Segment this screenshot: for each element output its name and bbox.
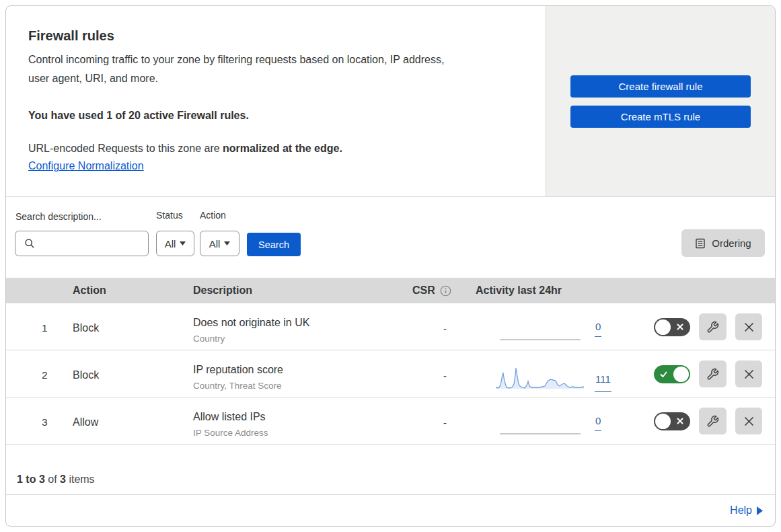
rule-activity-cell: 0 (476, 303, 618, 350)
rule-description: Does not originate in UK (193, 316, 412, 330)
rule-description-cell: Does not originate in UK Country (193, 316, 412, 344)
items-total: 3 (60, 473, 66, 485)
info-icon[interactable] (440, 285, 451, 297)
toggle-knob (673, 367, 689, 382)
status-filter-label: Status (156, 210, 183, 221)
rule-action: Allow (73, 416, 193, 428)
header-section: Firewall rules Control incoming traffic … (6, 6, 775, 197)
column-activity: Activity last 24hr (476, 284, 618, 297)
table-row: 1 Block Does not originate in UK Country… (6, 303, 775, 350)
close-icon (743, 369, 755, 380)
chevron-down-icon (180, 241, 186, 245)
create-mtls-rule-button[interactable]: Create mTLS rule (570, 106, 751, 128)
list-icon (695, 238, 706, 249)
rule-controls (618, 313, 775, 340)
rule-csr: - (412, 417, 476, 428)
caret-right-icon (757, 506, 763, 515)
chevron-down-icon (224, 241, 230, 245)
rule-criteria: Country, Threat Score (193, 380, 412, 391)
activity-count-link[interactable]: 0 (595, 321, 601, 337)
status-filter-value: All (165, 238, 176, 250)
page-description: Control incoming traffic to your zone by… (28, 50, 452, 88)
rule-enabled-toggle[interactable] (654, 365, 690, 383)
header-text-panel: Firewall rules Control incoming traffic … (6, 6, 546, 196)
rule-controls (618, 408, 775, 434)
action-filter-select[interactable]: All (200, 231, 239, 256)
rule-index: 1 (6, 322, 73, 334)
activity-flat-line (500, 433, 581, 434)
actions-panel: Create firewall rule Create mTLS rule (546, 6, 775, 196)
normalization-bold: normalized at the edge. (223, 143, 342, 154)
column-csr: CSR (412, 284, 476, 297)
normalization-statement: URL-encoded Requests to this zone are no… (28, 143, 519, 155)
delete-rule-button[interactable] (735, 408, 762, 434)
table-header: Action Description CSR Activity last 24h… (6, 278, 775, 303)
edit-rule-button[interactable] (699, 408, 727, 434)
page-title: Firewall rules (28, 28, 519, 44)
search-button[interactable]: Search (247, 233, 301, 256)
rule-description-cell: IP reputation score Country, Threat Scor… (193, 363, 412, 391)
table-row: 3 Allow Allow listed IPs IP Source Addre… (6, 397, 775, 445)
rule-action: Block (73, 322, 193, 334)
rule-index: 3 (6, 416, 73, 428)
sparkline-fill (496, 368, 584, 389)
help-footer: Help (6, 495, 775, 526)
activity-count-link[interactable]: 0 (595, 415, 601, 431)
configure-normalization-link[interactable]: Configure Normalization (28, 160, 144, 172)
search-icon (24, 238, 35, 249)
close-icon (743, 321, 755, 333)
column-action: Action (73, 284, 193, 297)
edit-rule-button[interactable] (699, 313, 727, 340)
toggle-knob (655, 414, 671, 429)
action-filter-label: Action (200, 210, 226, 221)
rule-description-cell: Allow listed IPs IP Source Address (193, 410, 412, 439)
rule-action: Block (73, 369, 193, 381)
normalization-prefix: URL-encoded Requests to this zone are (28, 143, 223, 154)
rule-activity-cell: 111 (476, 350, 618, 397)
items-word: items (66, 473, 95, 485)
toggle-on-check-icon (659, 370, 668, 379)
help-link-label: Help (730, 504, 752, 517)
items-of: of (45, 473, 60, 485)
search-input[interactable] (15, 231, 149, 256)
rule-criteria: Country (193, 333, 412, 344)
help-link[interactable]: Help (730, 504, 763, 517)
sparkline-line (496, 368, 584, 388)
activity-sparkline (496, 367, 584, 389)
items-count: 1 to 3 of 3 items (6, 445, 775, 495)
rule-enabled-toggle[interactable] (654, 412, 690, 430)
rule-criteria: IP Source Address (193, 427, 412, 439)
ordering-button-label: Ordering (712, 237, 751, 249)
wrench-icon (706, 415, 719, 428)
activity-flat-line (500, 339, 581, 340)
rule-activity-cell: 0 (476, 397, 618, 445)
table-row: 2 Block IP reputation score Country, Thr… (6, 350, 775, 397)
rule-index: 2 (6, 369, 73, 381)
rule-controls (618, 360, 775, 387)
close-icon (743, 416, 755, 427)
ordering-button[interactable]: Ordering (681, 229, 765, 257)
status-filter-select[interactable]: All (156, 231, 194, 256)
activity-count-link[interactable]: 111 (595, 373, 611, 392)
rule-enabled-toggle[interactable] (654, 318, 690, 336)
rule-csr: - (412, 323, 476, 334)
usage-statement: You have used 1 of 20 active Firewall ru… (28, 110, 519, 122)
column-description: Description (193, 284, 412, 297)
firewall-rules-card: Firewall rules Control incoming traffic … (5, 5, 776, 527)
delete-rule-button[interactable] (735, 313, 762, 340)
delete-rule-button[interactable] (735, 360, 762, 387)
filter-bar: Search description... Status All Action … (6, 197, 775, 278)
edit-rule-button[interactable] (699, 360, 727, 387)
rule-csr: - (412, 370, 476, 381)
search-description-label: Search description... (15, 211, 102, 222)
rule-description: Allow listed IPs (193, 410, 412, 424)
action-filter-value: All (209, 238, 221, 250)
wrench-icon (706, 368, 719, 381)
rule-description: IP reputation score (193, 363, 412, 377)
wrench-icon (706, 321, 719, 334)
toggle-knob (655, 319, 671, 335)
create-firewall-rule-button[interactable]: Create firewall rule (570, 75, 751, 98)
toggle-off-x-icon (676, 417, 684, 425)
toggle-off-x-icon (676, 323, 684, 331)
column-csr-label: CSR (412, 284, 435, 297)
